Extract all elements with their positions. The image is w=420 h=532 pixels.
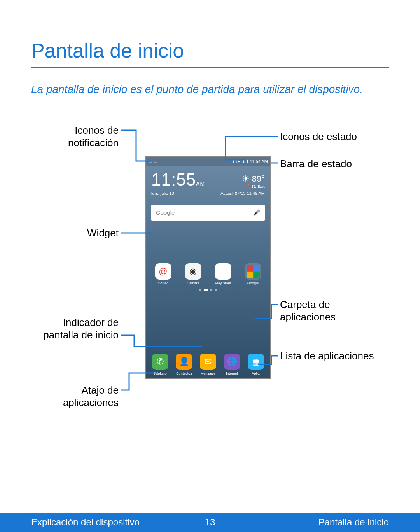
page-subtitle: La pantalla de inicio es el punto de par…	[31, 82, 389, 97]
updated-label: Actual. 07/13 11:49 AM	[220, 191, 265, 196]
messages-icon: ✉	[200, 354, 216, 370]
page-indicator	[146, 289, 270, 291]
apps-grid-icon: ▦	[248, 354, 264, 370]
callout-widget: Widget	[31, 227, 119, 240]
app-label: Play Store	[212, 281, 234, 285]
message-icon: ▭	[154, 159, 158, 164]
app-contactos[interactable]: 👤 Contactos	[173, 354, 195, 375]
mail-icon: @	[155, 263, 172, 280]
callout-app-shortcut: Atajo de aplicaciones	[31, 384, 119, 409]
app-label: Teléfono	[149, 371, 171, 375]
globe-icon: 🌐	[224, 354, 240, 370]
app-label: Correo	[152, 281, 174, 285]
clock-ampm: AM	[196, 180, 205, 187]
app-telefono[interactable]: ✆ Teléfono	[149, 354, 171, 375]
calendar-icon: ▭	[148, 159, 152, 164]
app-internet[interactable]: 🌐 Internet	[221, 354, 243, 375]
google-search-widget[interactable]: Google 🎤	[151, 205, 265, 220]
footer-left: Explicación del dispositivo	[31, 517, 140, 528]
indicator-dot	[199, 289, 201, 291]
app-google-folder[interactable]: Google	[242, 263, 264, 285]
footer-page-number: 13	[205, 517, 215, 528]
app-row: @ Correo ◉ Cámara ▶ Play Store Google	[146, 263, 270, 285]
weather-icon: ☀	[242, 174, 250, 184]
search-placeholder: Google	[156, 209, 175, 216]
contacts-icon: 👤	[176, 354, 192, 370]
indicator-dot-active	[204, 289, 208, 291]
lte-indicator: LTE	[233, 159, 240, 164]
app-label: Mensajes	[197, 371, 219, 375]
app-aplic[interactable]: ▦ Aplic.	[245, 354, 267, 375]
dock-row: ✆ Teléfono 👤 Contactos ✉ Mensajes 🌐 Inte…	[146, 354, 270, 375]
clock-widget: 11:55AM ☀ 89° 📍Dallas	[146, 166, 270, 191]
battery-icon: ▮	[246, 159, 248, 164]
app-label: Google	[242, 281, 264, 285]
callout-status-bar: Barra de estado	[280, 158, 385, 170]
mic-icon: 🎤	[253, 209, 260, 216]
signal-icon: ▮	[242, 159, 245, 164]
weather-temp: 89°	[252, 174, 265, 184]
page-title: Pantalla de inicio	[31, 39, 389, 62]
weather-location: Dallas	[252, 184, 265, 189]
app-label: Internet	[221, 371, 243, 375]
app-camara[interactable]: ◉ Cámara	[182, 263, 204, 285]
clock-time: 11:55	[151, 170, 196, 189]
phone-screenshot: ▭ ▭ LTE ▮ ▮ 11:54 AM 11:55AM ☀ 89°	[146, 157, 270, 378]
phone-status-bar: ▭ ▭ LTE ▮ ▮ 11:54 AM	[146, 157, 270, 166]
callout-status-icons: Iconos de estado	[280, 130, 385, 143]
indicator-dot	[215, 289, 217, 291]
indicator-dot	[210, 289, 212, 291]
camera-icon: ◉	[185, 263, 201, 280]
app-correo[interactable]: @ Correo	[152, 263, 174, 285]
title-underline	[31, 67, 389, 68]
play-icon: ▶	[215, 263, 231, 280]
folder-icon	[245, 263, 261, 280]
date-label: lun., julio 13	[151, 191, 174, 196]
app-label: Cámara	[182, 281, 204, 285]
callout-notification-icons: Iconos de notificación	[31, 124, 119, 149]
annotated-diagram: Iconos de notificación Widget Indicador …	[31, 124, 389, 431]
app-mensajes[interactable]: ✉ Mensajes	[197, 354, 219, 375]
footer-right: Pantalla de inicio	[318, 517, 389, 528]
app-playstore[interactable]: ▶ Play Store	[212, 263, 234, 285]
callout-home-indicator: Indicador de pantalla de inicio	[31, 316, 119, 341]
callout-apps-list: Lista de aplicaciones	[280, 350, 385, 362]
page-footer: Explicación del dispositivo 13 Pantalla …	[0, 513, 420, 532]
callout-app-folder: Carpeta de aplicaciones	[280, 298, 385, 324]
phone-icon: ✆	[152, 354, 168, 370]
app-label: Contactos	[173, 371, 195, 375]
app-label: Aplic.	[245, 371, 267, 375]
status-time: 11:54 AM	[250, 159, 268, 164]
